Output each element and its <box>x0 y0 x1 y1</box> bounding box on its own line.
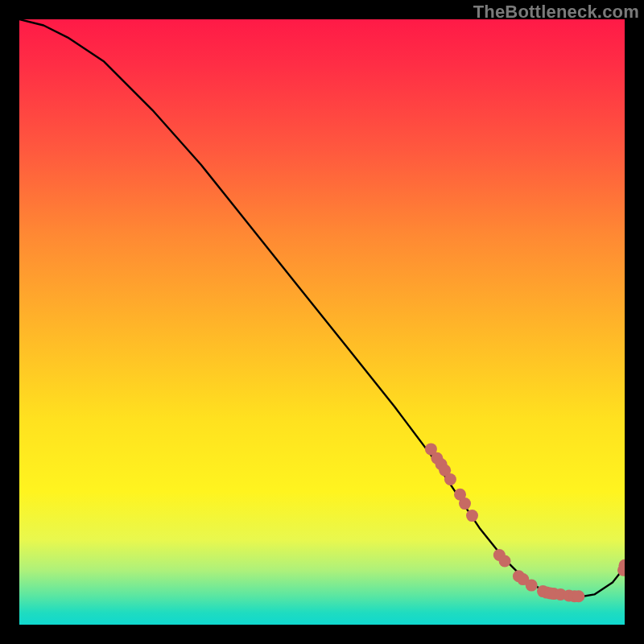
sample-point <box>572 590 584 602</box>
sample-point <box>526 580 538 592</box>
sample-point <box>444 473 456 485</box>
sample-point <box>459 497 471 510</box>
bottleneck-curve <box>19 19 625 597</box>
sample-points-group <box>425 443 625 602</box>
sample-point <box>499 555 511 568</box>
plot-area <box>19 19 625 625</box>
chart-frame: TheBottleneck.com <box>0 0 644 644</box>
sample-point <box>466 510 478 522</box>
curve-svg <box>19 19 625 625</box>
